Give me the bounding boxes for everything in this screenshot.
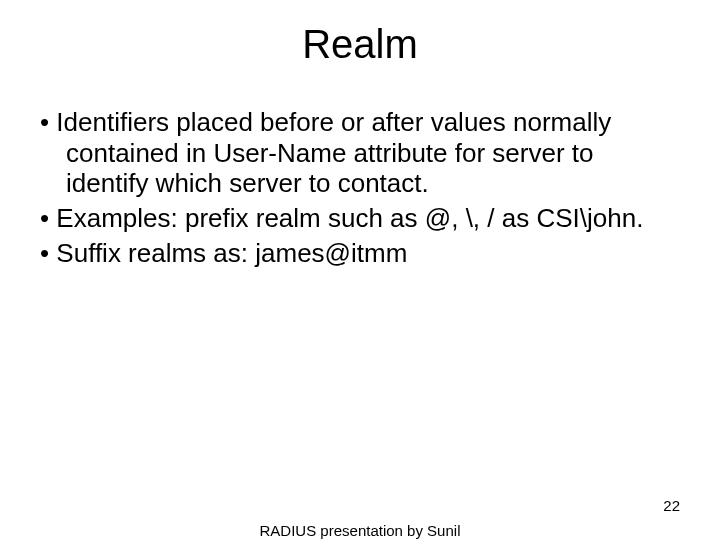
- slide: Realm Identifiers placed before or after…: [0, 0, 720, 540]
- list-item: Identifiers placed before or after value…: [40, 107, 680, 199]
- list-item: Suffix realms as: james@itmm: [40, 238, 680, 269]
- page-number: 22: [663, 497, 680, 514]
- list-item: Examples: prefix realm such as @, \, / a…: [40, 203, 680, 234]
- footer-author: RADIUS presentation by Sunil Vallamkonda: [230, 522, 490, 540]
- slide-body: Identifiers placed before or after value…: [0, 67, 720, 268]
- bullet-list: Identifiers placed before or after value…: [40, 107, 680, 268]
- slide-title: Realm: [0, 0, 720, 67]
